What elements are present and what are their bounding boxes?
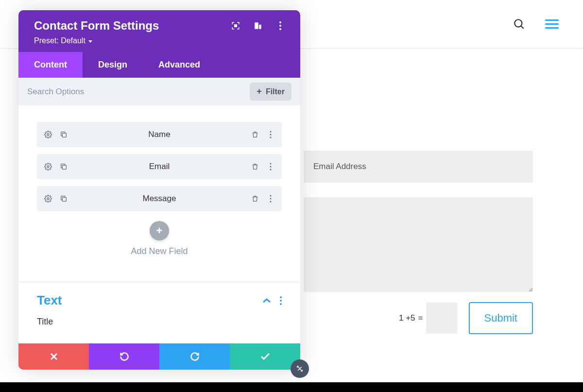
filter-button[interactable]: + Filter [250,83,292,101]
fields-section: Name Email [18,105,300,268]
submit-row: 1 +5 = Submit [304,302,533,334]
svg-rect-14 [62,165,66,169]
modal-tabs: Content Design Advanced [18,52,300,78]
submit-button[interactable]: Submit [469,302,533,334]
add-field-button[interactable]: + [150,221,169,240]
svg-point-23 [280,296,282,298]
responsive-view-icon[interactable] [254,21,262,30]
svg-rect-9 [62,133,66,137]
field-item-name[interactable]: Name [37,122,282,147]
modal-footer [18,343,300,370]
more-icon[interactable] [266,130,275,139]
field-item-message[interactable]: Message [37,186,282,211]
add-field-label: Add New Field [37,246,282,256]
svg-point-5 [279,21,281,23]
preset-dropdown[interactable]: Preset: Default [34,36,285,45]
gear-icon[interactable] [44,194,52,203]
svg-rect-2 [235,25,237,27]
modal-header: Contact Form Settings Preset: Default [18,10,300,52]
trash-icon[interactable] [251,194,259,203]
svg-rect-19 [62,197,66,201]
svg-point-20 [270,195,271,196]
svg-point-12 [270,136,271,138]
add-new-field: + Add New Field [37,221,282,256]
cancel-button[interactable] [18,343,89,370]
search-icon[interactable] [513,18,526,31]
svg-point-7 [279,28,281,30]
svg-point-6 [279,25,281,27]
svg-point-0 [514,19,522,27]
svg-rect-4 [259,25,261,29]
more-icon[interactable] [280,296,282,305]
search-row: + Filter [18,78,300,105]
svg-point-25 [280,303,282,305]
gear-icon[interactable] [44,162,52,171]
svg-point-11 [270,134,271,135]
field-label: Email [68,162,251,171]
text-section-heading: Text [37,293,62,308]
svg-point-21 [270,198,271,199]
filter-label: Filter [266,87,285,96]
plus-icon: + [257,86,262,97]
field-label: Message [68,194,251,204]
settings-modal: Contact Form Settings Preset: Default Co… [18,10,300,370]
svg-point-8 [47,134,49,136]
svg-point-17 [270,169,271,170]
svg-line-1 [521,26,523,28]
footer-bar [0,382,583,392]
focus-icon[interactable] [231,21,240,30]
collapse-icon[interactable] [262,298,271,304]
svg-point-16 [270,166,271,167]
captcha: 1 +5 = [399,303,457,334]
trash-icon[interactable] [251,130,259,139]
more-icon[interactable] [266,194,275,203]
more-options-icon[interactable] [276,21,285,30]
captcha-question: 1 +5 [399,313,415,323]
svg-point-15 [270,163,271,164]
tab-design[interactable]: Design [83,52,143,78]
svg-rect-3 [255,22,258,29]
save-button[interactable] [230,343,300,370]
gear-icon[interactable] [44,130,52,139]
duplicate-icon[interactable] [59,130,68,139]
text-section: Text Title [18,282,300,335]
svg-point-10 [270,131,271,132]
message-field[interactable] [304,197,533,292]
svg-point-22 [270,201,271,202]
expand-resize-button[interactable] [291,359,309,378]
svg-point-13 [47,166,49,168]
redo-button[interactable] [159,343,230,370]
duplicate-icon[interactable] [59,194,68,203]
svg-point-24 [280,300,282,302]
tab-advanced[interactable]: Advanced [143,52,216,78]
contact-form-preview: 1 +5 = Submit [304,151,533,334]
more-icon[interactable] [266,162,275,171]
modal-body[interactable]: + Filter Name Em [18,78,300,343]
field-item-email[interactable]: Email [37,154,282,179]
captcha-equals: = [418,313,423,323]
captcha-answer-field[interactable] [426,303,457,334]
undo-button[interactable] [89,343,159,370]
hamburger-menu-icon[interactable] [545,19,559,29]
trash-icon[interactable] [251,162,259,171]
tab-content[interactable]: Content [18,52,83,78]
duplicate-icon[interactable] [59,162,68,171]
search-options-input[interactable] [27,87,250,97]
svg-point-18 [47,198,49,200]
modal-title: Contact Form Settings [34,19,159,33]
field-label: Name [68,130,251,139]
email-field[interactable] [304,151,533,183]
title-field-label: Title [37,317,282,327]
